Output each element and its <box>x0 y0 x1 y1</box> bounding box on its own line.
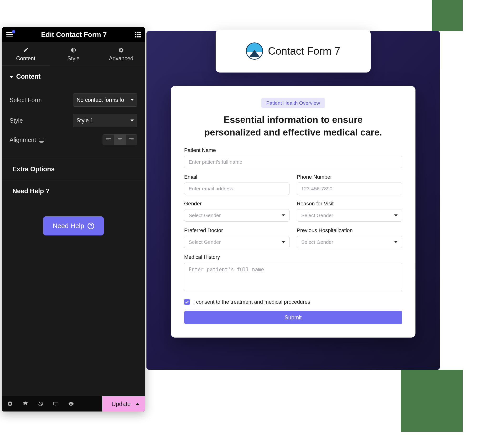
navigator-icon[interactable] <box>18 396 33 412</box>
need-help-button[interactable]: Need Help ? <box>43 216 104 235</box>
field-patient-name: Patient Name <box>184 147 402 168</box>
section-title: Content <box>16 73 41 80</box>
contrast-icon <box>71 47 76 53</box>
decoration-bottom <box>401 370 463 432</box>
widget-title-card: Contact Form 7 <box>216 30 371 72</box>
align-left-button[interactable] <box>103 135 114 145</box>
cf7-logo-icon <box>246 42 263 60</box>
preview-canvas: Contact Form 7 Patient Health Overview E… <box>146 31 440 370</box>
widgets-grid-icon[interactable] <box>135 32 141 37</box>
field-history: Medical History <box>184 254 402 292</box>
widget-title: Contact Form 7 <box>268 45 340 57</box>
label-patient-name: Patient Name <box>184 147 402 153</box>
control-label: Style <box>10 117 73 124</box>
tab-content[interactable]: Content <box>2 42 50 66</box>
tab-style[interactable]: Style <box>50 42 97 66</box>
field-gender: Gender Select Gender <box>184 201 290 222</box>
help-button-label: Need Help <box>53 222 84 230</box>
footer-icons <box>2 396 79 412</box>
editor-panel: Edit Contact Form 7 Content Style Advanc… <box>2 27 145 412</box>
input-phone[interactable] <box>297 183 402 195</box>
textarea-history[interactable] <box>184 263 402 291</box>
tab-label: Style <box>67 55 79 62</box>
history-icon[interactable] <box>33 396 48 412</box>
editor-header: Edit Contact Form 7 <box>2 27 145 42</box>
select-hospitalization[interactable]: Select Gender <box>297 236 402 248</box>
control-select-form: Select Form No contact forms fo <box>10 93 137 107</box>
responsive-mode-icon[interactable] <box>48 396 63 412</box>
chevron-down-icon <box>10 76 13 78</box>
submit-button[interactable]: Submit <box>184 311 402 324</box>
select-doctor[interactable]: Select Gender <box>184 236 290 248</box>
control-label: Select Form <box>10 97 73 103</box>
chevron-up-icon <box>136 403 139 405</box>
editor-tabs: Content Style Advanced <box>2 42 145 66</box>
form-badge: Patient Health Overview <box>261 98 325 108</box>
control-style: Style Style 1 <box>10 114 137 127</box>
check-icon <box>185 301 189 304</box>
responsive-icon[interactable] <box>39 138 44 142</box>
label-gender: Gender <box>184 201 290 207</box>
label-history: Medical History <box>184 254 402 260</box>
editor-title: Edit Contact Form 7 <box>41 31 107 39</box>
section-title: Extra Options <box>12 166 55 173</box>
tab-label: Advanced <box>109 55 133 62</box>
section-extra-options[interactable]: Extra Options <box>2 158 145 180</box>
select-gender[interactable]: Select Gender <box>184 209 290 222</box>
field-email: Email <box>184 174 290 195</box>
select-form-dropdown[interactable]: No contact forms fo <box>73 93 137 107</box>
form-grid: Patient Name Email Phone Number Gender S… <box>184 147 402 292</box>
field-doctor: Preferred Doctor Select Gender <box>184 227 290 248</box>
field-hospitalization: Previous Hospitalization Select Gender <box>297 227 402 248</box>
notification-dot <box>12 30 15 33</box>
tab-label: Content <box>16 55 36 62</box>
section-need-help[interactable]: Need Help ? <box>2 180 145 202</box>
editor-body: Content Select Form No contact forms fo … <box>2 66 145 396</box>
update-label: Update <box>111 400 131 407</box>
dropdown-value: Style 1 <box>77 117 128 124</box>
form-card: Patient Health Overview Essential inform… <box>171 86 416 338</box>
label-email: Email <box>184 174 290 180</box>
label-hospitalization: Previous Hospitalization <box>297 227 402 233</box>
section-header-content[interactable]: Content <box>2 66 145 85</box>
label-reason: Reason for Visit <box>297 201 402 207</box>
menu-icon[interactable] <box>6 32 13 37</box>
control-alignment: Alignment <box>10 134 137 145</box>
section-title: Need Help ? <box>12 187 50 195</box>
align-center-button[interactable] <box>114 135 126 145</box>
field-phone: Phone Number <box>297 174 402 195</box>
tab-advanced[interactable]: Advanced <box>97 42 145 66</box>
update-button[interactable]: Update <box>102 396 145 412</box>
dropdown-value: No contact forms fo <box>77 97 128 103</box>
select-reason[interactable]: Select Gender <box>297 209 402 222</box>
style-dropdown[interactable]: Style 1 <box>73 114 137 127</box>
decoration-top <box>432 0 463 31</box>
label-doctor: Preferred Doctor <box>184 227 290 233</box>
consent-text: I consent to the treatment and medical p… <box>193 299 310 305</box>
control-label: Alignment <box>10 137 102 143</box>
preview-icon[interactable] <box>63 396 79 412</box>
alignment-buttons <box>102 134 137 145</box>
question-icon: ? <box>88 223 94 229</box>
content-controls: Select Form No contact forms fo Style St… <box>2 85 145 158</box>
form-heading: Essential information to ensure personal… <box>203 113 384 139</box>
input-patient-name[interactable] <box>184 156 402 168</box>
align-right-button[interactable] <box>126 135 137 145</box>
input-email[interactable] <box>184 183 290 195</box>
field-reason: Reason for Visit Select Gender <box>297 201 402 222</box>
pencil-icon <box>23 47 29 53</box>
help-button-wrap: Need Help ? <box>2 216 145 235</box>
consent-checkbox[interactable] <box>184 299 190 305</box>
settings-icon[interactable] <box>2 396 18 412</box>
label-phone: Phone Number <box>297 174 402 180</box>
consent-row: I consent to the treatment and medical p… <box>184 299 402 305</box>
gear-icon <box>118 47 124 53</box>
editor-footer: Update <box>2 396 145 412</box>
